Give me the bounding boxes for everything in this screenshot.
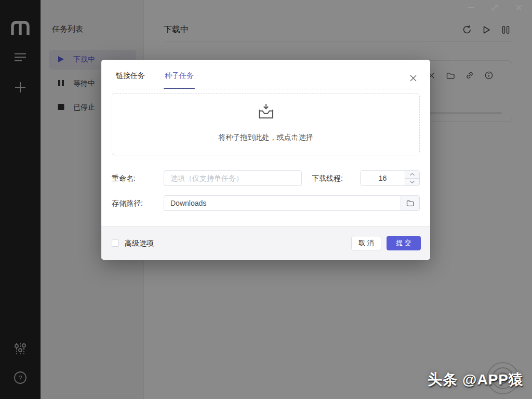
stepper-up-icon[interactable] — [405, 171, 419, 178]
advanced-options-checkbox[interactable] — [112, 240, 119, 247]
path-input-group — [164, 195, 420, 211]
add-task-dialog: 链接任务 种子任务 将种子拖到此处，或点击选择 重命名: 下载线程: — [101, 60, 430, 260]
rename-label: 重命名: — [112, 170, 136, 186]
browse-folder-button[interactable] — [401, 195, 420, 211]
cancel-button[interactable]: 取 消 — [351, 236, 381, 250]
tab-link-task[interactable]: 链接任务 — [116, 71, 145, 89]
folder-icon — [406, 200, 414, 207]
torrent-dropzone[interactable]: 将种子拖到此处，或点击选择 — [112, 93, 420, 155]
advanced-options-label: 高级选项 — [125, 239, 154, 248]
dialog-footer: 高级选项 取 消 提 交 — [101, 226, 430, 260]
dialog-tabs: 链接任务 种子任务 — [116, 71, 214, 89]
dropzone-hint: 将种子拖到此处，或点击选择 — [112, 133, 419, 142]
minimize-icon[interactable] — [468, 4, 474, 13]
threads-stepper — [360, 170, 420, 186]
dialog-close-icon[interactable] — [409, 74, 417, 84]
tab-torrent-task[interactable]: 种子任务 — [165, 71, 194, 89]
window-controls — [468, 4, 522, 13]
app-window: ? 任务列表 下载中 等待中 已停止 — [0, 0, 532, 399]
tabs-divider — [116, 89, 420, 89]
threads-input[interactable] — [361, 171, 405, 185]
stepper-buttons — [405, 171, 419, 185]
submit-button[interactable]: 提 交 — [387, 236, 421, 250]
stepper-down-icon[interactable] — [405, 178, 419, 186]
path-label: 存储路径: — [112, 195, 143, 211]
torrent-inbox-icon — [257, 102, 275, 122]
threads-label: 下载线程: — [312, 170, 343, 186]
close-window-icon[interactable] — [515, 4, 522, 13]
path-input[interactable] — [164, 195, 401, 211]
rename-input[interactable] — [164, 170, 302, 186]
watermark-text: 头条 @APP猿 — [428, 370, 524, 390]
maximize-icon[interactable] — [491, 4, 498, 13]
